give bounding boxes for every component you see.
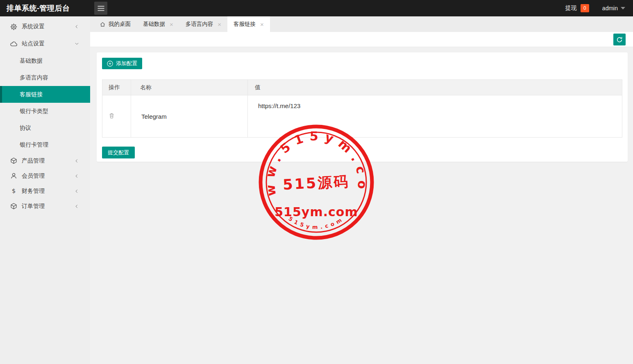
cloud-icon	[10, 41, 17, 47]
user-menu[interactable]: admin	[602, 5, 618, 11]
sidebar-item-label: 财务管理	[22, 188, 45, 195]
gear-icon	[10, 23, 17, 30]
column-header-action: 操作	[102, 80, 131, 95]
app-title: 排单系统-管理后台	[7, 0, 70, 16]
submit-config-label: 提交配置	[108, 149, 129, 156]
tab-label: 多语言内容	[186, 20, 213, 28]
user-icon	[10, 172, 17, 179]
column-header-name: 名称	[131, 80, 248, 95]
tab-label: 基础数据	[143, 20, 165, 28]
sidebar-item-label: 订单管理	[22, 203, 45, 210]
tab-basic-data[interactable]: 基础数据 ×	[137, 16, 179, 32]
trash-icon	[109, 113, 115, 119]
tab-multilang-content[interactable]: 多语言内容 ×	[179, 16, 227, 32]
sidebar-item-agreement[interactable]: 协议	[0, 120, 90, 136]
refresh-button[interactable]	[613, 34, 626, 45]
sidebar-item-member-manage[interactable]: 会员管理	[0, 168, 90, 183]
dollar-icon: $	[10, 188, 17, 194]
svg-text:$: $	[12, 188, 16, 194]
refresh-icon	[616, 36, 623, 43]
stamp-center-text: 515源码	[282, 173, 350, 193]
sidebar-item-product-manage[interactable]: 产品管理	[0, 153, 90, 168]
add-config-label: 添加配置	[116, 60, 137, 67]
tab-label: 客服链接	[234, 20, 256, 28]
sidebar-submenu-site-settings: 基础数据 多语言内容 客服链接 银行卡类型 协议 银行卡管理	[0, 52, 90, 153]
sidebar-item-order-manage[interactable]: 订单管理	[0, 199, 90, 214]
sidebar-item-label: 产品管理	[22, 157, 45, 165]
chevron-down-icon	[74, 41, 79, 47]
sidebar-item-site-settings[interactable]: 站点设置	[0, 35, 90, 52]
close-icon[interactable]: ×	[218, 21, 221, 27]
sidebar-item-label: 系统设置	[22, 23, 45, 30]
stamp-arc-bottom-text: 515ym.com	[288, 215, 345, 230]
top-header: 排单系统-管理后台 提现 0 admin	[0, 0, 633, 16]
tab-label: 我的桌面	[109, 20, 131, 28]
withdraw-link[interactable]: 提现	[565, 5, 577, 12]
page-toolbar	[90, 32, 633, 47]
close-icon[interactable]: ×	[260, 21, 264, 27]
add-config-button[interactable]: 添加配置	[102, 58, 142, 69]
chevron-down-icon	[621, 7, 625, 9]
sidebar-item-label: 会员管理	[22, 172, 45, 180]
home-icon	[100, 21, 106, 27]
sidebar-item-basic-data[interactable]: 基础数据	[0, 52, 90, 69]
sidebar-item-service-links[interactable]: 客服链接	[0, 86, 90, 103]
sidebar-item-bankcard-manage[interactable]: 银行卡管理	[0, 136, 90, 153]
config-card: 添加配置 操作 名称 值	[97, 52, 628, 162]
cube-icon	[10, 203, 17, 210]
cube-icon	[10, 157, 17, 164]
column-header-value: 值	[248, 80, 622, 95]
tab-bar: 我的桌面 基础数据 × 多语言内容 × 客服链接 ×	[90, 16, 633, 32]
config-value-cell[interactable]: https://t.me/123	[248, 95, 622, 138]
chevron-left-icon	[74, 188, 79, 194]
chevron-left-icon	[74, 158, 79, 163]
table-row: Telegram https://t.me/123	[102, 95, 622, 138]
chevron-left-icon	[74, 203, 79, 209]
plus-circle-icon	[107, 61, 113, 67]
sidebar-item-label: 站点设置	[22, 40, 45, 47]
chevron-left-icon	[74, 173, 79, 179]
tab-service-links[interactable]: 客服链接 ×	[227, 16, 270, 32]
close-icon[interactable]: ×	[170, 21, 173, 27]
sidebar: 系统设置 站点设置 基础数据 多语言内容 客服链接 银行卡类型 协议 银行卡管理…	[0, 16, 90, 364]
stamp-domain-text: 515ym.com	[275, 205, 358, 219]
withdraw-count-badge: 0	[581, 4, 589, 12]
hamburger-icon	[98, 6, 104, 11]
submit-config-button[interactable]: 提交配置	[102, 147, 135, 158]
config-table: 操作 名称 值 Telegram h	[102, 79, 622, 138]
sidebar-item-multilang-content[interactable]: 多语言内容	[0, 69, 90, 86]
table-header-row: 操作 名称 值	[102, 80, 622, 95]
tab-home[interactable]: 我的桌面	[93, 16, 137, 32]
config-name-cell: Telegram	[131, 95, 248, 138]
header-right-cluster: 提现 0 admin	[565, 0, 625, 16]
sidebar-item-bankcard-type[interactable]: 银行卡类型	[0, 103, 90, 120]
sidebar-item-system-settings[interactable]: 系统设置	[0, 18, 90, 35]
menu-toggle-button[interactable]	[94, 2, 107, 15]
delete-row-button[interactable]	[109, 113, 115, 119]
chevron-left-icon	[74, 24, 79, 29]
sidebar-item-finance-manage[interactable]: $ 财务管理	[0, 183, 90, 199]
